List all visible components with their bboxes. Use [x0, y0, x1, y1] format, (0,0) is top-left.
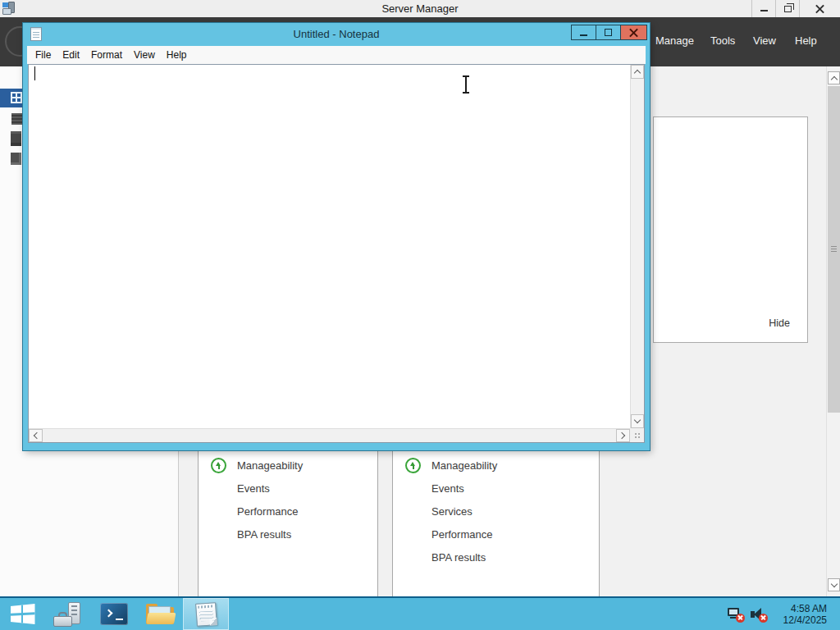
- tile1-status-label: Manageability: [237, 459, 303, 472]
- powershell-icon: [100, 603, 128, 625]
- menu-file[interactable]: File: [30, 49, 57, 61]
- chevron-up-icon: [634, 70, 641, 76]
- close-icon: [629, 28, 638, 37]
- dashboard-scrollbar[interactable]: [826, 66, 840, 596]
- tile2-events-row[interactable]: Events: [393, 477, 599, 500]
- taskbar-powershell-button[interactable]: [91, 598, 137, 630]
- all-servers-icon[interactable]: [11, 131, 21, 146]
- close-icon: [815, 4, 824, 13]
- tile2-services-label: Services: [431, 505, 472, 518]
- minimize-icon: [760, 10, 768, 11]
- tile1-events-label: Events: [237, 482, 270, 495]
- tile1-performance-label: Performance: [237, 505, 298, 518]
- status-up-arrow-icon: [405, 458, 421, 473]
- tile2-services-row[interactable]: Services: [393, 500, 599, 523]
- tile2-manageability-row[interactable]: Manageability: [393, 454, 599, 477]
- chevron-right-icon: [619, 432, 625, 439]
- tile2-bpa-row[interactable]: BPA results: [393, 546, 599, 568]
- hide-button[interactable]: Hide: [769, 317, 790, 329]
- tile1-bpa-label: BPA results: [237, 528, 291, 541]
- tile2-status-label: Manageability: [431, 459, 497, 472]
- tile1-manageability-row[interactable]: Manageability: [199, 454, 377, 477]
- clock-date: 12/4/2025: [773, 614, 827, 626]
- notepad-text-area[interactable]: [29, 65, 630, 428]
- error-badge-icon: [759, 614, 768, 623]
- chevron-left-icon: [34, 432, 40, 439]
- tile2-performance-row[interactable]: Performance: [393, 523, 599, 546]
- text-caret: [34, 66, 35, 80]
- notepad-titlebar[interactable]: Untitled - Notepad: [23, 23, 650, 46]
- role-tile-1: Manageability Events Performance BPA res…: [198, 450, 378, 596]
- server-manager-window-controls: [751, 0, 840, 17]
- notepad-close-button[interactable]: [620, 25, 647, 40]
- notepad-vscrollbar[interactable]: [630, 65, 644, 428]
- menu-view[interactable]: View: [128, 49, 161, 61]
- volume-muted-icon[interactable]: [750, 606, 768, 623]
- tile2-performance-label: Performance: [431, 528, 492, 541]
- status-up-arrow-icon: [211, 458, 226, 473]
- clock-time: 4:58 AM: [773, 603, 827, 614]
- chevron-down-icon: [830, 580, 837, 587]
- notepad-minimize-button[interactable]: [571, 25, 596, 40]
- nav-view[interactable]: View: [753, 34, 776, 47]
- chevron-down-icon: [634, 417, 641, 423]
- folder-icon: [146, 603, 174, 625]
- notepad-window: Untitled - Notepad File Edit Format View…: [23, 23, 650, 450]
- taskbar-explorer-button[interactable]: [137, 598, 183, 630]
- tile2-bpa-label: BPA results: [431, 551, 486, 564]
- scroll-down-button[interactable]: [828, 578, 840, 591]
- scrollbar-thumb[interactable]: [828, 86, 840, 413]
- minimize-button[interactable]: [751, 0, 775, 17]
- desktop-screen: Server Manager Manage Tools View Help: [0, 0, 840, 630]
- hscroll-left-button[interactable]: [29, 429, 43, 442]
- notepad-menubar: File Edit Format View Help: [27, 46, 646, 64]
- server-manager-icon: [53, 602, 83, 627]
- system-tray: 4:58 AM 12/4/2025: [727, 598, 840, 630]
- restore-button[interactable]: [775, 0, 799, 17]
- start-button[interactable]: [0, 598, 45, 630]
- maximize-icon: [605, 29, 612, 36]
- vscroll-down-button[interactable]: [631, 414, 644, 428]
- vscroll-up-button[interactable]: [631, 65, 644, 79]
- menu-format[interactable]: Format: [85, 49, 128, 61]
- notepad-maximize-button[interactable]: [596, 25, 621, 40]
- taskbar-server-manager-button[interactable]: [45, 598, 91, 630]
- welcome-panel: Hide: [653, 116, 808, 343]
- tile1-performance-row[interactable]: Performance: [199, 500, 377, 523]
- thumb-grip-icon: [831, 246, 837, 252]
- nav-help[interactable]: Help: [795, 34, 817, 47]
- notepad-hscrollbar[interactable]: [29, 428, 630, 442]
- dashboard-icon: [11, 92, 22, 103]
- restore-icon: [784, 6, 792, 12]
- local-server-icon[interactable]: [11, 113, 22, 125]
- network-error-icon[interactable]: [727, 606, 745, 623]
- server-manager-title: Server Manager: [0, 2, 840, 15]
- windows-logo-icon: [11, 604, 35, 624]
- tile1-bpa-row[interactable]: BPA results: [199, 523, 377, 546]
- minimize-icon: [580, 34, 587, 36]
- scroll-up-button[interactable]: [828, 71, 840, 84]
- nav-tools[interactable]: Tools: [710, 34, 735, 47]
- taskbar-clock[interactable]: 4:58 AM 12/4/2025: [773, 603, 835, 626]
- file-storage-services-icon[interactable]: [11, 153, 21, 165]
- close-button[interactable]: [799, 0, 840, 17]
- tile1-events-row[interactable]: Events: [199, 477, 377, 500]
- mouse-cursor-ibeam: [461, 75, 471, 94]
- role-tile-2: Manageability Events Services Performanc…: [392, 450, 600, 596]
- chevron-up-icon: [830, 75, 837, 82]
- notepad-icon: [195, 602, 217, 627]
- resize-grip[interactable]: [630, 428, 644, 442]
- hscroll-right-button[interactable]: [616, 429, 630, 442]
- server-manager-titlebar: Server Manager: [0, 0, 840, 17]
- notepad-title: Untitled - Notepad: [23, 28, 650, 40]
- taskbar: 4:58 AM 12/4/2025: [0, 596, 840, 630]
- notepad-window-controls: [572, 25, 647, 40]
- menu-edit[interactable]: Edit: [57, 49, 85, 61]
- error-badge-icon: [736, 614, 745, 623]
- tile2-events-label: Events: [431, 482, 464, 495]
- nav-manage[interactable]: Manage: [655, 34, 694, 47]
- notepad-text-container: [28, 64, 645, 443]
- menu-help[interactable]: Help: [161, 49, 193, 61]
- taskbar-notepad-button[interactable]: [183, 598, 229, 630]
